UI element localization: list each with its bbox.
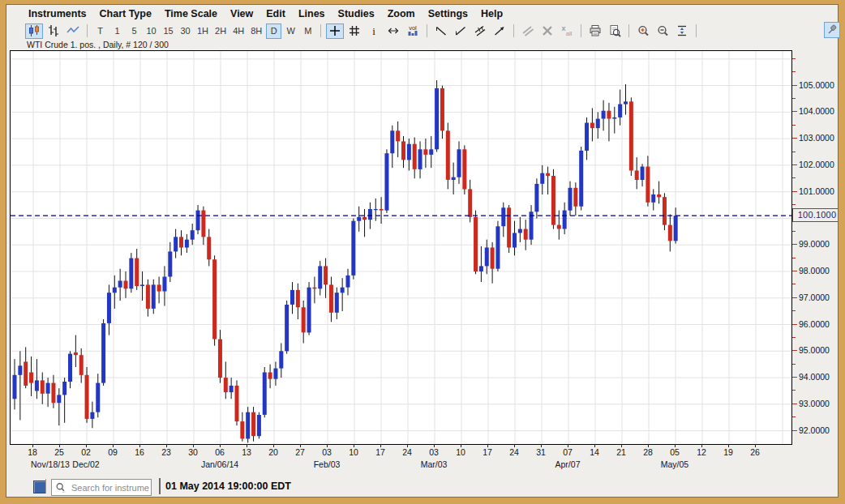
menu-studies[interactable]: Studies [338, 8, 375, 19]
timeframe-4h-button[interactable]: 4H [230, 23, 247, 39]
menu-time-scale[interactable]: Time Scale [165, 8, 217, 19]
x-axis-day-label: 17 [483, 447, 492, 457]
candle [96, 374, 100, 417]
candle [413, 138, 417, 179]
candle [18, 351, 22, 420]
timeframe-daily-button[interactable]: D [266, 23, 281, 39]
print-button[interactable] [586, 23, 604, 39]
y-axis-label: 94.0000 [799, 372, 830, 382]
timeframe-monthly-button[interactable]: M [300, 23, 315, 39]
fit-vertical-button[interactable] [673, 23, 691, 39]
timeframe-5min-button[interactable]: 5 [127, 23, 142, 39]
candle [218, 330, 222, 383]
y-axis-tick [792, 111, 797, 112]
candle [602, 100, 606, 131]
y-axis-tick [792, 85, 797, 86]
pin-button[interactable] [824, 22, 840, 38]
parallel-channel-icon [474, 24, 487, 37]
delete-x-icon [541, 24, 554, 37]
line-chart-button[interactable] [64, 23, 82, 39]
zoom-in-icon [637, 24, 650, 37]
ray-arrow-button[interactable] [491, 23, 508, 39]
timeframe-1h-button[interactable]: 1H [195, 23, 211, 39]
x-axis-day-label: 27 [295, 447, 305, 457]
x-axis-day-label: 20 [268, 447, 278, 457]
x-axis-day-label: 24 [509, 447, 519, 457]
crosshair-button[interactable] [326, 23, 344, 39]
x-axis-day-label: 03 [429, 447, 439, 457]
fit-vertical-icon [676, 24, 688, 37]
menu-view[interactable]: View [230, 8, 253, 19]
candle [168, 242, 172, 282]
candlestick-icon [28, 24, 41, 37]
timeframe-10min-button[interactable]: 10 [144, 23, 159, 39]
x-axis-month-label: Dec/02 [72, 459, 99, 469]
toolbar-separator [628, 24, 629, 37]
candle [435, 80, 439, 152]
y-axis-tick [792, 138, 797, 139]
candle [318, 261, 322, 296]
expand-horizontal-button[interactable] [384, 23, 402, 39]
candlestick-chart-button[interactable] [25, 23, 43, 39]
candle [212, 255, 217, 345]
menu-settings[interactable]: Settings [428, 8, 468, 19]
y-axis-tick [792, 350, 797, 351]
candle [341, 278, 345, 311]
volume-button[interactable]: vol [404, 23, 422, 39]
ohlc-bars-button[interactable] [45, 23, 62, 39]
timeframe-weekly-button[interactable]: W [283, 23, 298, 39]
y-axis-tick [792, 377, 797, 378]
candle [335, 288, 339, 319]
candle [618, 90, 622, 126]
x-axis-day-label: 19 [723, 447, 733, 457]
search-input[interactable] [70, 481, 151, 495]
y-axis-label: 103.0000 [799, 133, 834, 143]
delete-line-button [538, 23, 556, 39]
y-axis-label: 104.0000 [799, 106, 834, 116]
timeframe-8h-button[interactable]: 8H [248, 23, 264, 39]
candle [129, 253, 133, 293]
menu-edit[interactable]: Edit [266, 8, 285, 19]
instrument-color-swatch[interactable] [33, 481, 46, 493]
menu-zoom[interactable]: Zoom [388, 8, 415, 19]
candle [46, 378, 50, 407]
zoom-in-button[interactable] [634, 23, 652, 39]
menu-chart-type[interactable]: Chart Type [100, 8, 152, 19]
candle [296, 284, 300, 319]
menu-lines[interactable]: Lines [298, 8, 325, 19]
parallel-lines-icon [521, 24, 534, 37]
candle [152, 280, 156, 314]
timeframe-2h-button[interactable]: 2H [212, 23, 229, 39]
y-axis-minor-tick [792, 152, 796, 152]
parallel-channel-button[interactable] [471, 23, 489, 39]
candle [651, 189, 655, 210]
candle [268, 365, 272, 389]
y-axis-tick [792, 191, 797, 192]
candle [668, 215, 672, 252]
timeframe-30min-button[interactable]: 30 [178, 23, 193, 39]
candle [162, 266, 166, 305]
info-button[interactable]: i [365, 23, 383, 39]
trendline-up-button[interactable] [452, 23, 470, 39]
print-preview-button[interactable] [606, 23, 624, 39]
y-axis-minor-tick [792, 258, 796, 258]
candle [174, 229, 178, 258]
timeframe-1min-button[interactable]: 1 [109, 23, 125, 39]
zoom-out-button[interactable] [654, 23, 671, 39]
print-preview-icon [608, 24, 621, 37]
trendline-down-button[interactable] [432, 23, 450, 39]
candle [362, 209, 367, 237]
candle [440, 86, 444, 139]
timeframe-tick-button[interactable]: T [92, 23, 108, 39]
chart-plot[interactable] [10, 50, 792, 445]
timeframe-15min-button[interactable]: 15 [161, 23, 176, 39]
candle [384, 149, 388, 213]
menu-help[interactable]: Help [481, 8, 503, 19]
candle [196, 205, 200, 234]
candle [312, 277, 316, 304]
candle [462, 145, 466, 194]
menu-instruments[interactable]: Instruments [28, 8, 87, 19]
candle [263, 367, 267, 417]
zoom-out-icon [656, 24, 669, 37]
grid-button[interactable] [345, 23, 363, 39]
